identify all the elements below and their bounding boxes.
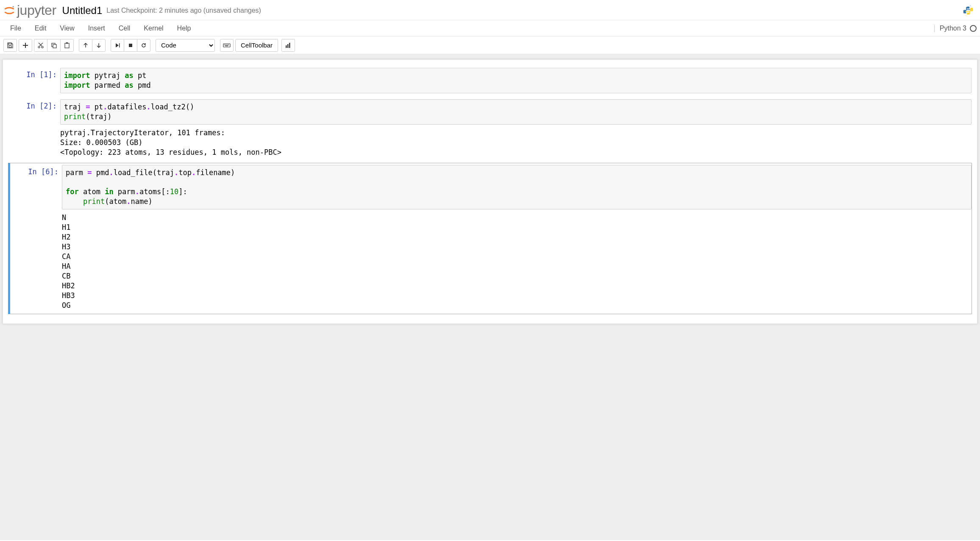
code-input[interactable]: parm = pmd.load_file(traj.top.filename) … (62, 165, 972, 210)
edit-group (34, 39, 74, 52)
svg-rect-7 (65, 43, 69, 48)
input-prompt: In [1]: (8, 68, 60, 93)
svg-point-2 (969, 14, 970, 15)
svg-rect-6 (53, 45, 56, 48)
svg-rect-14 (227, 45, 228, 45)
code-cell[interactable]: In [2]:traj = pt.datafiles.load_tz2() pr… (8, 97, 972, 161)
menubar: FileEditViewInsertCellKernelHelp Python … (0, 20, 980, 36)
checkpoint-status: Last Checkpoint: 2 minutes ago (unsaved … (106, 7, 261, 14)
paste-button[interactable] (60, 39, 74, 52)
menu-kernel[interactable]: Kernel (137, 21, 170, 36)
svg-rect-12 (224, 45, 225, 45)
menu-help[interactable]: Help (170, 21, 198, 36)
move-up-button[interactable] (79, 39, 92, 52)
run-button[interactable] (111, 39, 124, 52)
svg-rect-19 (289, 43, 290, 48)
interrupt-button[interactable] (124, 39, 137, 52)
command-palette-button[interactable] (220, 39, 234, 52)
jupyter-logo-icon (3, 5, 15, 17)
svg-rect-9 (119, 43, 120, 47)
notebook-container: In [1]:import pytraj as pt import parmed… (3, 59, 977, 324)
output-prompt (10, 209, 62, 312)
code-cell[interactable]: In [1]:import pytraj as pt import parmed… (8, 66, 972, 95)
insert-cell-button[interactable] (19, 39, 32, 52)
svg-rect-18 (287, 44, 289, 48)
menu-edit[interactable]: Edit (28, 21, 53, 36)
svg-rect-13 (226, 45, 226, 45)
menu-cell[interactable]: Cell (112, 21, 137, 36)
python-logo-icon (961, 4, 975, 17)
restart-button[interactable] (137, 39, 150, 52)
kernel-name: Python 3 (940, 25, 966, 32)
run-group (111, 39, 150, 52)
kernel-idle-icon (970, 25, 977, 32)
copy-button[interactable] (47, 39, 61, 52)
notebook-background: In [1]:import pytraj as pt import parmed… (0, 54, 980, 540)
save-button[interactable] (3, 39, 17, 52)
kernel-indicator: Python 3 (934, 25, 977, 32)
input-prompt: In [6]: (10, 165, 62, 210)
code-cell[interactable]: In [6]:parm = pmd.load_file(traj.top.fil… (8, 163, 972, 314)
code-input[interactable]: traj = pt.datafiles.load_tz2() print(tra… (60, 99, 972, 125)
code-input[interactable]: import pytraj as pt import parmed as pmd (60, 68, 972, 93)
notebook-name[interactable]: Untitled1 (62, 5, 103, 17)
svg-point-4 (42, 46, 43, 48)
menu-file[interactable]: File (3, 21, 28, 36)
menu-insert[interactable]: Insert (81, 21, 112, 36)
output-prompt (8, 125, 60, 159)
svg-rect-10 (129, 44, 132, 47)
svg-rect-16 (225, 45, 228, 46)
move-group (79, 39, 106, 52)
header: jupyter Untitled1 Last Checkpoint: 2 min… (0, 0, 980, 20)
menu-view[interactable]: View (53, 21, 81, 36)
svg-point-1 (966, 6, 967, 7)
toolbar: Code CellToolbar (0, 36, 980, 54)
menu-items: FileEditViewInsertCellKernelHelp (3, 21, 198, 36)
cell-type-select[interactable]: Code (156, 39, 215, 52)
cut-button[interactable] (34, 39, 47, 52)
move-down-button[interactable] (92, 39, 106, 52)
chart-button[interactable] (281, 39, 295, 52)
jupyter-logo[interactable]: jupyter (3, 3, 56, 18)
jupyter-logo-text: jupyter (17, 3, 56, 18)
svg-point-0 (12, 6, 14, 8)
svg-point-3 (38, 46, 40, 48)
output-text: pytraj.TrajectoryIterator, 101 frames: S… (60, 125, 972, 159)
svg-rect-8 (66, 42, 68, 44)
svg-rect-11 (223, 44, 230, 47)
celltoolbar-button[interactable]: CellToolbar (235, 39, 278, 52)
output-text: N H1 H2 H3 CA HA CB HB2 HB3 OG (62, 209, 972, 312)
svg-rect-15 (228, 45, 229, 45)
input-prompt: In [2]: (8, 99, 60, 125)
svg-rect-17 (286, 45, 287, 48)
